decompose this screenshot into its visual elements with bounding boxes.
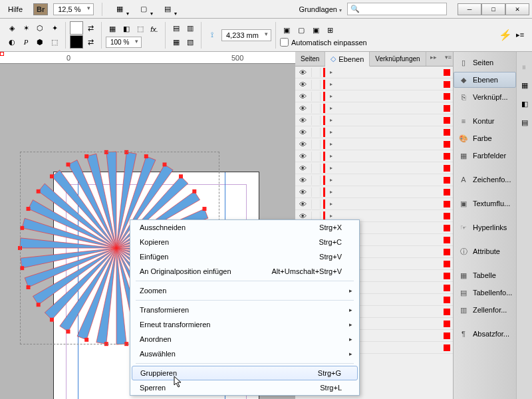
frame-fit-icon[interactable]: ⊞: [324, 23, 337, 37]
side-icon[interactable]: ▤: [519, 117, 530, 128]
selection-indicator[interactable]: [444, 237, 450, 243]
selection-handle[interactable]: [0, 52, 4, 56]
autofit-checkbox[interactable]: [280, 38, 289, 47]
fx-icon[interactable]: fx.: [148, 23, 161, 36]
lock-column[interactable]: [311, 104, 321, 113]
context-menu-item[interactable]: AusschneidenStrg+X: [130, 220, 359, 235]
selection-indicator[interactable]: [444, 93, 450, 100]
tool-icon[interactable]: ◐: [5, 35, 19, 49]
effects-icon[interactable]: ⬚: [134, 23, 147, 36]
fill-swatch[interactable]: [70, 21, 83, 35]
tool-icon[interactable]: P: [19, 35, 33, 49]
lock-column[interactable]: [311, 128, 321, 137]
tab-pages[interactable]: Seiten: [295, 52, 325, 66]
layer-row[interactable]: 👁 ▸: [295, 66, 453, 78]
selection-indicator[interactable]: [444, 273, 450, 279]
bridge-button[interactable]: Br: [33, 3, 48, 15]
align-icon[interactable]: ▧: [184, 35, 197, 49]
lock-column[interactable]: [311, 200, 321, 209]
swap-icon[interactable]: ⇄: [84, 35, 97, 49]
lock-column[interactable]: [311, 152, 321, 161]
screen-mode-icon[interactable]: ▢ ▾: [134, 2, 153, 17]
selection-indicator[interactable]: [444, 285, 450, 291]
workspace-switcher[interactable]: Grundlagen ▾: [299, 5, 342, 13]
selection-indicator[interactable]: [444, 177, 450, 184]
panel-button-hyperlinks[interactable]: ☞Hyperlinks: [454, 219, 516, 235]
visibility-icon[interactable]: 👁: [297, 152, 309, 161]
expand-icon[interactable]: ▸: [328, 177, 334, 183]
selection-indicator[interactable]: [444, 321, 450, 327]
tab-links[interactable]: Verknüpfungen: [370, 52, 426, 66]
panel-button-layers[interactable]: ◆Ebenen: [454, 72, 516, 88]
lock-column[interactable]: [311, 188, 321, 197]
selection-indicator[interactable]: [444, 344, 450, 351]
maximize-button[interactable]: ☐: [481, 3, 505, 15]
panel-button-parastyle[interactable]: ¶Absatzfor...: [454, 326, 516, 342]
tab-layers[interactable]: ◇Ebenen: [325, 52, 370, 66]
align-icon[interactable]: ▤: [170, 21, 183, 35]
selection-indicator[interactable]: [444, 117, 450, 124]
lock-column[interactable]: [311, 164, 321, 173]
arrange-icon[interactable]: ▤ ▾: [158, 2, 177, 17]
effects-icon[interactable]: ▦: [106, 23, 119, 36]
lock-column[interactable]: [311, 68, 321, 77]
effects-icon[interactable]: ◧: [120, 23, 133, 36]
align-icon[interactable]: ▥: [184, 21, 197, 35]
visibility-icon[interactable]: 👁: [297, 200, 309, 209]
panel-button-stroke[interactable]: ≡Kontur: [454, 113, 516, 129]
panel-menu-icon[interactable]: ▸≡: [513, 29, 527, 42]
expand-icon[interactable]: ▸: [328, 93, 334, 99]
tool-icon[interactable]: ◈: [5, 21, 19, 35]
context-menu-item[interactable]: GruppierenStrg+G: [132, 366, 358, 380]
expand-icon[interactable]: ▸: [328, 165, 334, 171]
frame-fit-icon[interactable]: ▣: [280, 23, 293, 37]
align-icon[interactable]: ▦: [170, 35, 183, 49]
dock-grab-icon[interactable]: ⠿: [519, 64, 530, 72]
selection-indicator[interactable]: [444, 105, 450, 112]
tool-icon[interactable]: ✶: [19, 21, 33, 35]
visibility-icon[interactable]: 👁: [297, 116, 309, 125]
frame-fit-icon[interactable]: ▣: [309, 23, 323, 37]
measure-dropdown[interactable]: 4,233 mm: [221, 29, 271, 41]
selection-indicator[interactable]: [444, 141, 450, 148]
measure-icon[interactable]: ⟟: [205, 29, 219, 42]
layer-row[interactable]: 👁 ▸: [295, 126, 453, 138]
layer-row[interactable]: 👁 ▸: [295, 102, 453, 114]
context-menu-item[interactable]: Transformieren: [130, 303, 359, 317]
visibility-icon[interactable]: 👁: [297, 140, 309, 149]
panel-button-swatches[interactable]: ▦Farbfelder: [454, 148, 516, 164]
visibility-icon[interactable]: 👁: [297, 176, 309, 185]
expand-icon[interactable]: ▸: [328, 81, 334, 87]
expand-icon[interactable]: ▸: [328, 129, 334, 135]
selection-indicator[interactable]: [444, 69, 450, 76]
visibility-icon[interactable]: 👁: [297, 104, 309, 113]
panel-button-char[interactable]: AZeichenfo...: [454, 172, 516, 188]
selection-indicator[interactable]: [444, 261, 450, 267]
zoom-dropdown[interactable]: 12,5 %: [53, 3, 93, 15]
selection-indicator[interactable]: [444, 297, 450, 303]
selection-indicator[interactable]: [444, 225, 450, 231]
expand-icon[interactable]: ▸: [328, 105, 334, 111]
quick-apply-icon[interactable]: ⚡: [499, 29, 512, 42]
tool-icon[interactable]: ⬚: [48, 35, 61, 49]
lock-column[interactable]: [311, 80, 321, 89]
selection-indicator[interactable]: [444, 332, 450, 339]
selection-indicator[interactable]: [444, 201, 450, 207]
tool-icon[interactable]: ⬢: [33, 35, 47, 49]
selection-indicator[interactable]: [444, 189, 450, 196]
expand-icon[interactable]: ▸: [328, 141, 334, 147]
layer-row[interactable]: 👁 ▸: [295, 162, 453, 174]
selection-indicator[interactable]: [444, 249, 450, 255]
layer-row[interactable]: 👁 ▸: [295, 114, 453, 126]
visibility-icon[interactable]: 👁: [297, 80, 309, 89]
lock-column[interactable]: [311, 92, 321, 101]
layer-row[interactable]: 👁 ▸: [295, 198, 453, 210]
visibility-icon[interactable]: 👁: [297, 92, 309, 101]
frame-fit-icon[interactable]: ▢: [295, 23, 308, 37]
panel-button-tablestyle[interactable]: ▤Tabellenfo...: [454, 285, 516, 301]
selection-indicator[interactable]: [444, 309, 450, 315]
layer-row[interactable]: 👁 ▸: [295, 150, 453, 162]
expand-icon[interactable]: ▸: [328, 69, 334, 75]
context-menu-item[interactable]: Zoomen: [130, 283, 359, 298]
layer-row[interactable]: 👁 ▸: [295, 78, 453, 90]
